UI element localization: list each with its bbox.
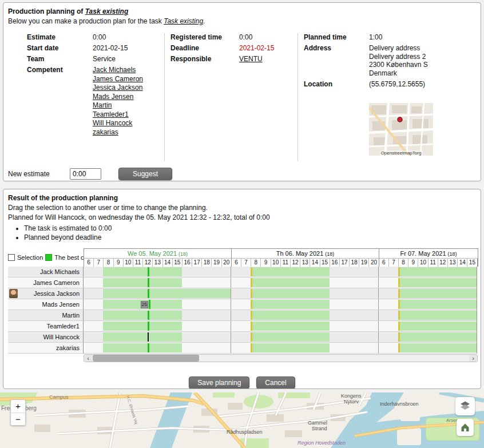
scroll-left-button[interactable]: ‹ [84, 355, 92, 362]
hour-cell: 16 [330, 258, 340, 267]
availability-bar [251, 311, 330, 320]
team-label: Team [27, 55, 93, 63]
layers-icon [459, 401, 471, 412]
row-timeline[interactable] [84, 277, 477, 288]
competent-link[interactable]: Mads Jensen [93, 93, 143, 101]
suggest-button[interactable]: Suggest [118, 168, 172, 180]
competent-link[interactable]: Jack Michaels [93, 66, 143, 74]
scroll-thumb[interactable] [93, 355, 199, 362]
day-separator [231, 321, 231, 331]
alt-choice-marker [251, 300, 252, 309]
actions-row: Save planning Cancel [8, 376, 476, 389]
subtitle-task-link[interactable]: Task existing [164, 17, 203, 25]
competent-label: Competent [27, 66, 93, 137]
address-line: 2300 København S [369, 61, 428, 69]
day-separator [378, 310, 379, 320]
competent-link[interactable]: James Cameron [93, 75, 143, 84]
row-name: Jessica Jackson [8, 288, 84, 299]
day-separator [378, 343, 379, 353]
page-subtitle-suffix: . [203, 17, 205, 25]
selection-box[interactable]: 25 [141, 301, 148, 308]
row-timeline[interactable] [84, 267, 477, 277]
hour-cell: 15 [320, 258, 330, 267]
hour-cell: 8 [104, 258, 113, 267]
map-label: Strand [312, 426, 327, 431]
row-timeline[interactable] [84, 310, 477, 321]
availability-bar [398, 332, 477, 342]
alt-choice-marker [398, 289, 400, 298]
best-choice-marker [148, 289, 149, 298]
row-name: Will Hancock [8, 332, 84, 343]
home-button[interactable] [457, 419, 474, 436]
best-choice-marker [148, 267, 149, 276]
day-separator [378, 299, 379, 310]
row-timeline[interactable] [84, 332, 477, 343]
hour-cell: 18 [350, 258, 359, 267]
competent-link[interactable]: Martin [93, 101, 143, 110]
alt-choice-marker [398, 267, 400, 276]
row-name: Mads Jensen [8, 299, 84, 310]
competent-list: Jack MichaelsJames CameronJessica Jackso… [93, 66, 143, 137]
row-timeline[interactable] [84, 288, 477, 299]
alt-choice-marker [398, 332, 400, 342]
production-planning-panel: Production planning of Task existing Bel… [3, 2, 481, 181]
zoom-out-button[interactable]: − [11, 413, 25, 425]
alt-choice-marker [251, 289, 252, 298]
hour-cell: 20 [222, 258, 232, 267]
hour-cell: 17 [192, 258, 202, 267]
hour-cell: 15 [467, 258, 477, 267]
selection-checkbox[interactable] [8, 254, 15, 261]
hour-cell: 19 [359, 258, 369, 267]
row-timeline[interactable] [84, 343, 477, 354]
competent-link[interactable]: Teamleder1 [93, 110, 143, 119]
layers-button[interactable] [455, 397, 475, 415]
hour-cell: 8 [251, 258, 261, 267]
availability-bar [103, 278, 182, 287]
availability-bar [398, 343, 477, 352]
save-planning-button[interactable]: Save planning [189, 376, 249, 389]
new-estimate-input[interactable] [70, 168, 101, 180]
availability-bar [103, 332, 182, 342]
scroll-track[interactable] [199, 355, 469, 362]
estimate-value: 0:00 [93, 33, 106, 41]
hour-cell: 14 [458, 258, 467, 267]
scrollbar[interactable]: ‹ › [84, 354, 478, 362]
address-label: Address [304, 44, 369, 77]
zoom-in-button[interactable]: + [11, 400, 25, 413]
hour-cell: 11 [133, 258, 143, 267]
row-timeline[interactable]: 25 [84, 299, 477, 310]
row-name: Jack Michaels [8, 267, 84, 277]
availability-bar [103, 322, 182, 331]
hour-cell: 13 [448, 258, 458, 267]
day-separator [378, 277, 379, 288]
planner-row: Martin [8, 310, 478, 321]
scroll-right-button[interactable]: › [469, 355, 477, 362]
hour-cell: 12 [291, 258, 300, 267]
result-bullets: The task is estimated to 0:00Planned bey… [24, 224, 476, 241]
best-choice-marker [148, 343, 149, 352]
competent-link[interactable]: Jessica Jackson [93, 84, 143, 92]
responsible-label: Responsible [170, 55, 239, 63]
cancel-button[interactable]: Cancel [256, 376, 295, 389]
hour-row: 6789101112131415161718192067891011121314… [84, 258, 478, 267]
hour-cell: 9 [261, 258, 271, 267]
start-date-value: 2021-02-15 [93, 44, 128, 52]
new-estimate-label: New estimate [8, 170, 70, 178]
mini-map[interactable]: OpenstreetmapTorg [369, 103, 433, 156]
day-separator [231, 343, 231, 353]
planner-row: zakarias [8, 343, 478, 354]
hour-cell: 16 [183, 258, 192, 267]
planner-row: Mads Jensen25 [8, 299, 478, 310]
page-title: Production planning of Task existing [8, 7, 476, 15]
best-choice-marker [148, 311, 149, 320]
day-separator [231, 299, 231, 310]
planner-body: Jack MichaelsJames CameronJessica Jackso… [8, 267, 478, 354]
competent-link[interactable]: zakarias [93, 128, 143, 137]
task-name-link[interactable]: Task existing [85, 7, 129, 15]
row-name-label: Jessica Jackson [34, 290, 80, 297]
row-timeline[interactable] [84, 321, 477, 332]
competent-link[interactable]: Will Hancock [93, 119, 143, 128]
main-map[interactable]: FrederiksbergCampusH.C. Ørsteds VejRådhu… [0, 393, 484, 448]
responsible-link[interactable]: VENTU [239, 55, 263, 63]
day-separator [231, 267, 231, 277]
